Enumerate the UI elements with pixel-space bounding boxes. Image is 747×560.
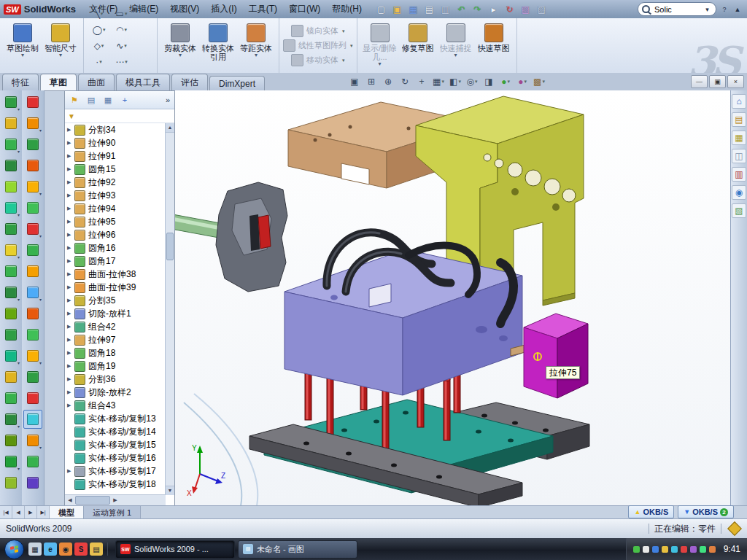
expand-icon[interactable]: ▶ (67, 337, 74, 343)
select-icon[interactable]: ▸ (486, 2, 501, 17)
point-tool-button[interactable]: ·▾ (88, 54, 110, 70)
redo-icon[interactable]: ↷ (470, 2, 485, 17)
tree-item[interactable]: ▶拉伸94 (65, 202, 166, 215)
tool-icon[interactable] (23, 304, 42, 323)
dimxpertmanager-tab-icon[interactable]: + (117, 93, 132, 107)
tool-icon[interactable] (23, 473, 42, 492)
view-palette-icon[interactable]: ▥ (732, 167, 746, 182)
tree-item[interactable]: ▶拉伸93 (65, 189, 166, 202)
menu-帮助(H)[interactable]: 帮助(H) (326, 1, 368, 18)
search-results-icon[interactable]: ◫ (732, 149, 746, 163)
scroll-right-icon[interactable]: ▶ (110, 497, 120, 503)
tray-icon[interactable] (633, 546, 640, 553)
tool-icon[interactable]: ▾ (23, 177, 42, 196)
expand-icon[interactable]: ▶ (67, 363, 74, 369)
tool-icon[interactable] (1, 219, 20, 238)
minimize-button[interactable]: — (691, 75, 708, 88)
view-orientation-button[interactable]: ▦▾ (430, 74, 446, 89)
expand-icon[interactable]: ▶ (67, 402, 74, 408)
search-input[interactable] (653, 4, 703, 15)
color-swatch-icon[interactable]: ▧ (518, 2, 533, 17)
expand-icon[interactable]: ▶ (67, 258, 74, 264)
scroll-down-icon[interactable]: ▼ (166, 486, 174, 495)
rebuild-icon[interactable]: ↻ (502, 2, 517, 17)
new-document-icon[interactable]: ▢ (374, 2, 389, 17)
tree-item[interactable]: ▶圆角16 (65, 241, 166, 254)
tool-icon[interactable] (23, 389, 42, 408)
tool-icon[interactable] (23, 156, 42, 175)
tree-item[interactable]: ▶拉伸96 (65, 228, 166, 241)
tab-曲面[interactable]: 曲面 (78, 74, 115, 90)
close-button[interactable]: × (727, 75, 744, 88)
tree-item[interactable]: ▶圆角18 (65, 346, 166, 359)
tree-item[interactable]: ▶拉伸97 (65, 333, 166, 346)
tree-item[interactable]: ▶组合42 (65, 320, 166, 333)
tool-icon[interactable] (1, 114, 20, 133)
centerline-tool-button[interactable]: ⋯▾ (110, 54, 133, 70)
tray-icon[interactable] (681, 546, 687, 553)
tree-item[interactable]: ▶圆角15 (65, 163, 166, 176)
section-view-button[interactable]: ◨ (481, 74, 497, 89)
expand-icon[interactable]: ▶ (67, 284, 74, 290)
scroll-up-icon[interactable]: ▲ (166, 123, 174, 133)
tab-DimXpert[interactable]: DimXpert (209, 76, 265, 90)
menu-窗口(W)[interactable]: 窗口(W) (283, 1, 326, 18)
options-icon[interactable]: ▨ (534, 2, 549, 17)
tray-icon[interactable] (671, 546, 678, 553)
scrollbar-thumb[interactable] (166, 233, 174, 260)
zoom-area-button[interactable]: ⊞ (363, 74, 379, 89)
print-preview-icon[interactable]: ▥ (438, 2, 453, 17)
tool-icon[interactable]: ▾ (1, 93, 20, 112)
expand-icon[interactable]: ▶ (67, 389, 74, 395)
tree-item[interactable]: 实体-移动/复制13 (65, 412, 166, 425)
tray-icon[interactable] (662, 546, 668, 553)
tool-icon[interactable]: ▾ (1, 198, 20, 217)
tree-item[interactable]: ▶圆角17 (65, 254, 166, 268)
ie-icon[interactable]: e (44, 542, 57, 556)
tool-icon[interactable]: ▾ (23, 283, 42, 302)
expand-icon[interactable]: ▶ (67, 350, 74, 356)
tree-item[interactable]: 实体-移动/复制14 (65, 425, 166, 438)
graphics-area[interactable]: Y Z X 拉伸75 (175, 90, 731, 506)
design-library-icon[interactable]: ▤ (732, 112, 746, 127)
tree-item[interactable]: ▶拉伸90 (65, 136, 166, 149)
expand-icon[interactable]: ▶ (67, 166, 74, 172)
tool-icon[interactable]: ▾ (23, 431, 42, 450)
taskbar-clock[interactable]: 9:41 (724, 544, 740, 554)
search-dropdown-icon[interactable]: ▾ (703, 6, 712, 13)
zoom-button[interactable]: ⊕ (380, 74, 396, 89)
tool-icon[interactable] (1, 262, 20, 281)
tab-草图[interactable]: 草图 (40, 74, 77, 90)
arc-tool-button[interactable]: ◠▾ (110, 22, 133, 38)
status-edit-icon[interactable] (727, 521, 742, 536)
view-settings-button[interactable]: ▩▾ (531, 74, 547, 89)
tab-模具工具[interactable]: 模具工具 (116, 74, 170, 90)
tree-vertical-scrollbar[interactable]: ▲ ▼ (165, 123, 174, 495)
tool-icon[interactable]: ▾ (1, 241, 20, 260)
tree-item[interactable]: ▶分割34 (65, 123, 166, 136)
tool-icon[interactable] (23, 325, 42, 344)
cmd-button-显示/删除几...[interactable]: 显示/删除几...▾ (361, 20, 399, 71)
tool-icon[interactable]: ▾ (23, 346, 42, 365)
dropdown-icon[interactable]: ▾ (124, 27, 127, 33)
media-player-icon[interactable]: ◉ (59, 542, 72, 556)
part-clamp-gray[interactable] (216, 182, 287, 292)
tree-item[interactable]: ▶分割36 (65, 373, 166, 386)
tree-item[interactable]: ▶圆角19 (65, 359, 166, 373)
expand-icon[interactable]: ▶ (67, 179, 74, 185)
tab-scroll-button[interactable]: ▶| (37, 506, 50, 519)
expand-icon[interactable]: ▶ (67, 127, 74, 133)
configurationmanager-tab-icon[interactable]: ▦ (101, 93, 115, 107)
tool-icon[interactable] (1, 431, 20, 450)
tool-icon[interactable] (1, 389, 20, 408)
hide-show-items-button[interactable]: ◎▾ (464, 74, 480, 89)
part-mold-body-purple[interactable] (285, 249, 533, 395)
tree-item[interactable]: ▶组合43 (65, 399, 166, 412)
tool-icon[interactable] (23, 135, 42, 154)
tool-icon[interactable] (23, 93, 42, 112)
save-icon[interactable]: ▦ (406, 2, 421, 17)
expand-icon[interactable]: ▶ (67, 153, 74, 159)
model-canvas[interactable]: Y Z X (175, 90, 731, 506)
tree-item[interactable]: ▶拉伸95 (65, 215, 166, 228)
start-button[interactable] (4, 540, 24, 559)
